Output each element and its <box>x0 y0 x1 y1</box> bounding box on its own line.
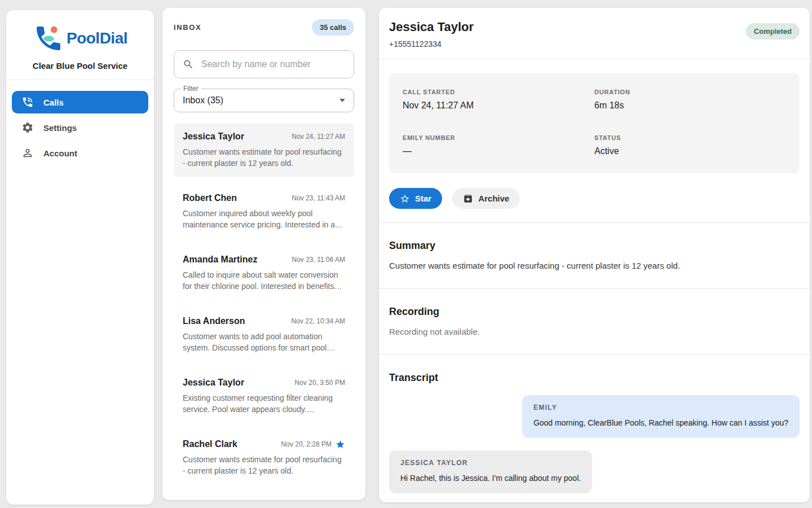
sidebar-item-label: Account <box>43 148 77 158</box>
call-item-name: Jessica Taylor <box>183 132 244 142</box>
call-item-name: Robert Chen <box>183 193 237 203</box>
call-detail-panel: Jessica Taylor +15551122334 Completed CA… <box>379 8 810 502</box>
call-item-time: Nov 20, 2:28 PM <box>281 440 332 448</box>
filter-select[interactable]: Filter Inbox (35) <box>174 89 354 112</box>
transcript-title: Transcript <box>389 372 800 384</box>
gear-icon <box>21 121 34 134</box>
info-value: — <box>403 146 594 156</box>
call-list: Jessica Taylor Nov 24, 11:27 AM Customer… <box>162 112 365 484</box>
call-item-header: Amanda Martinez Nov 23, 11:06 AM <box>183 255 345 265</box>
call-item-header: Rachel Clark Nov 20, 2:28 PM <box>183 439 345 449</box>
call-item-snippet: Called to inquire about salt water conve… <box>183 269 345 292</box>
call-item-snippet: Customer wants estimate for pool resurfa… <box>183 454 345 476</box>
caller-phone: +15551122334 <box>389 40 474 49</box>
sidebar-item-label: Settings <box>43 123 77 133</box>
info-label: DURATION <box>594 89 786 95</box>
call-list-item[interactable]: Jessica Taylor Nov 24, 11:27 AM Customer… <box>174 124 354 177</box>
caller-name: Jessica Taylor <box>389 20 474 34</box>
call-item-time: Nov 20, 3:50 PM <box>295 379 345 387</box>
call-item-name: Rachel Clark <box>183 439 237 449</box>
sidebar-item-label: Calls <box>43 98 64 107</box>
company-name: Clear Blue Pool Service <box>6 61 154 71</box>
filter-value: Inbox (35) <box>183 95 223 106</box>
call-item-header: Robert Chen Nov 23, 11:43 AM <box>183 193 345 203</box>
star-filled-icon <box>336 440 345 449</box>
call-item-time: Nov 23, 11:43 AM <box>292 194 346 202</box>
chevron-down-icon <box>339 99 345 102</box>
call-item-snippet: Customer wants estimate for pool resurfa… <box>183 146 345 169</box>
info-label: CALL STARTED <box>403 89 594 95</box>
info-value: Nov 24, 11:27 AM <box>403 100 594 111</box>
bubble-text: Hi Rachel, this is Jessica. I'm calling … <box>400 473 581 484</box>
status-badge: Completed <box>746 23 800 40</box>
call-item-snippet: Customer inquired about weekly pool main… <box>183 208 345 230</box>
info-call-started: CALL STARTED Nov 24, 11:27 AM <box>403 89 594 111</box>
recording-text: Recording not available. <box>389 327 800 336</box>
call-item-meta: Nov 23, 11:43 AM <box>292 194 346 202</box>
call-item-meta: Nov 20, 3:50 PM <box>295 379 345 387</box>
action-buttons: Star Archive <box>389 188 800 209</box>
call-item-name: Lisa Anderson <box>183 316 245 326</box>
call-item-header: Jessica Taylor Nov 24, 11:27 AM <box>183 132 345 142</box>
bubble-text: Good morning, ClearBlue Pools, Rachel sp… <box>533 418 788 428</box>
pooldial-logo: PoolDial <box>6 23 154 54</box>
star-button[interactable]: Star <box>389 188 442 209</box>
sidebar-item-calls[interactable]: Calls <box>12 91 148 113</box>
call-list-item[interactable]: Jessica Taylor Nov 20, 3:50 PM Existing … <box>174 370 354 423</box>
call-list-item[interactable]: Rachel Clark Nov 20, 2:28 PM Customer wa… <box>174 431 354 484</box>
phone-in-talk-icon <box>21 96 34 108</box>
sidebar-item-account[interactable]: Account <box>12 142 148 164</box>
sidebar-nav: Calls Settings Account <box>6 80 154 164</box>
summary-text: Customer wants estimate for pool resurfa… <box>389 261 800 270</box>
sidebar-item-settings[interactable]: Settings <box>12 116 148 139</box>
call-list-item[interactable]: Robert Chen Nov 23, 11:43 AM Customer in… <box>174 185 354 238</box>
call-item-time: Nov 24, 11:27 AM <box>292 133 346 141</box>
call-item-time: Nov 23, 11:06 AM <box>292 256 346 264</box>
bubble-speaker: JESSICA TAYLOR <box>400 459 581 467</box>
call-item-meta: Nov 20, 2:28 PM <box>281 440 345 449</box>
call-item-header: Lisa Anderson Nov 22, 10:34 AM <box>183 316 345 326</box>
app-title: PoolDial <box>67 29 127 47</box>
person-icon <box>21 147 34 159</box>
info-label: STATUS <box>594 134 786 141</box>
archive-icon <box>463 194 473 204</box>
inbox-header: INBOX 35 calls <box>162 8 365 36</box>
info-status: STATUS Active <box>594 134 786 156</box>
transcript-bubble: EMILY Good morning, ClearBlue Pools, Rac… <box>522 395 800 438</box>
call-item-snippet: Customer wants to add pool automation sy… <box>183 331 345 353</box>
recording-section: Recording Recording not available. <box>379 289 810 355</box>
info-label: EMILY NUMBER <box>403 134 594 141</box>
info-value: 6m 18s <box>594 100 786 111</box>
brand: PoolDial Clear Blue Pool Service <box>6 10 154 71</box>
call-info-block: CALL STARTED Nov 24, 11:27 AM DURATION 6… <box>379 59 810 223</box>
call-item-name: Jessica Taylor <box>183 378 244 388</box>
call-list-item[interactable]: Lisa Anderson Nov 22, 10:34 AM Customer … <box>174 308 354 361</box>
detail-header: Jessica Taylor +15551122334 Completed <box>379 8 810 59</box>
star-button-label: Star <box>415 194 431 203</box>
info-emily-number: EMILY NUMBER — <box>403 134 594 156</box>
inbox-title: INBOX <box>174 23 201 32</box>
search-box[interactable] <box>174 50 354 78</box>
transcript-section: Transcript EMILY Good morning, ClearBlue… <box>379 355 810 502</box>
recording-title: Recording <box>389 306 800 318</box>
call-count-badge: 35 calls <box>312 19 354 36</box>
archive-button-label: Archive <box>478 194 509 203</box>
search-input[interactable] <box>201 59 345 69</box>
search-icon <box>183 59 194 70</box>
filter-label: Filter <box>180 85 201 93</box>
call-item-meta: Nov 23, 11:06 AM <box>292 256 346 264</box>
info-duration: DURATION 6m 18s <box>594 89 786 111</box>
bubble-speaker: EMILY <box>533 404 788 412</box>
sidebar: PoolDial Clear Blue Pool Service Calls S… <box>6 10 154 505</box>
call-item-time: Nov 22, 10:34 AM <box>292 317 345 325</box>
inbox-panel: INBOX 35 calls Filter Inbox (35) Jessica… <box>162 8 365 500</box>
call-item-meta: Nov 24, 11:27 AM <box>292 133 346 141</box>
call-list-item[interactable]: Amanda Martinez Nov 23, 11:06 AM Called … <box>174 247 354 300</box>
summary-section: Summary Customer wants estimate for pool… <box>379 223 810 289</box>
call-info-card: CALL STARTED Nov 24, 11:27 AM DURATION 6… <box>389 73 800 173</box>
star-outline-icon <box>400 194 410 204</box>
archive-button[interactable]: Archive <box>452 188 520 209</box>
call-item-name: Amanda Martinez <box>183 255 257 265</box>
phone-logo-icon <box>33 23 64 54</box>
transcript-bubble: JESSICA TAYLOR Hi Rachel, this is Jessic… <box>389 450 592 493</box>
